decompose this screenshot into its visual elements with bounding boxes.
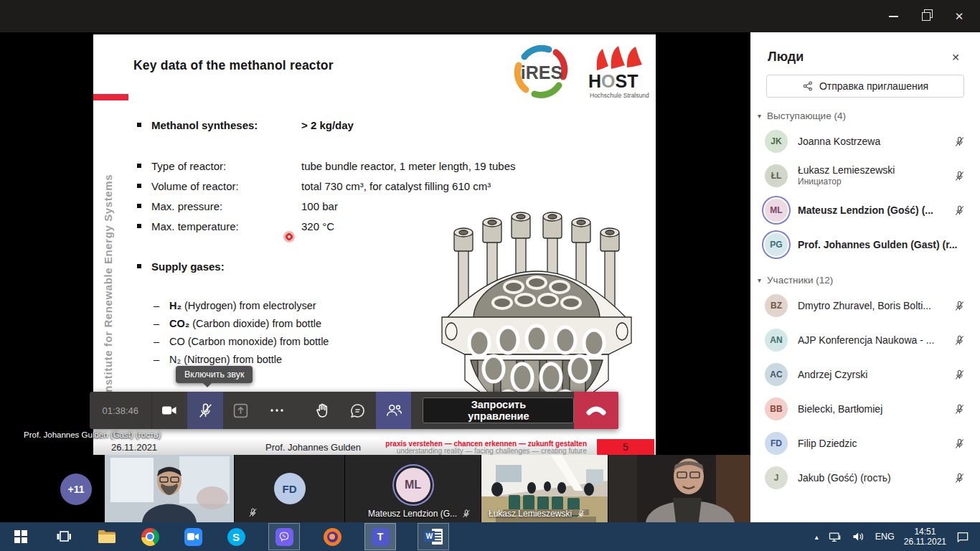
people-button[interactable] xyxy=(376,392,412,429)
share-screen-icon xyxy=(232,402,250,420)
gas-formula: CO₂ xyxy=(169,318,189,329)
bullet-label: Max. temperature: xyxy=(151,220,301,232)
tray-expand-icon[interactable]: ▴ xyxy=(815,533,819,541)
bullet-label: Type of reactor: xyxy=(151,160,301,172)
video-tile-ml[interactable]: ML Mateusz Lendzion (G... xyxy=(345,455,481,522)
people-panel-close-button[interactable]: ✕ xyxy=(947,50,964,65)
camera-button[interactable] xyxy=(152,392,188,429)
hang-up-button[interactable] xyxy=(574,392,618,429)
taskbar-apps: S T W xyxy=(0,522,449,551)
avatar: BB xyxy=(765,397,788,420)
video-tile-fd[interactable]: FD xyxy=(235,455,344,522)
chrome-button[interactable] xyxy=(139,522,161,551)
participant-row[interactable]: PG Prof. Johannes Gulden (Gast) (r... xyxy=(750,227,980,262)
meeting-timer: 01:38:46 xyxy=(90,405,151,416)
taskbar-clock[interactable]: 14:51 26.11.2021 xyxy=(904,527,946,547)
slide-footer-author: Prof. Johannes Gulden xyxy=(265,442,361,453)
bullet-value: tube bundle reactor, 1 meter length, 19 … xyxy=(301,160,516,172)
meeting-toolbar: 01:38:46 xyxy=(90,392,618,429)
participant-row[interactable]: ML Mateusz Lendzion (Gość) (... xyxy=(750,193,980,227)
skype-icon: S xyxy=(227,528,245,546)
raise-hand-button[interactable] xyxy=(304,392,340,429)
word-button[interactable]: W xyxy=(418,523,449,550)
language-indicator[interactable]: ENG xyxy=(875,532,895,542)
action-center-icon[interactable] xyxy=(956,530,970,543)
chat-button[interactable] xyxy=(340,392,376,429)
mic-off-icon xyxy=(953,403,966,415)
video-tile-gulden[interactable] xyxy=(105,455,234,522)
network-icon[interactable] xyxy=(828,530,842,543)
send-invite-label: Отправка приглашения xyxy=(819,80,928,92)
camera-icon xyxy=(160,402,179,419)
people-panel-header: Люди ✕ xyxy=(750,32,980,65)
skype-button[interactable]: S xyxy=(225,522,247,551)
participant-row[interactable]: ŁL Łukasz Lemieszewski Инициатор xyxy=(750,159,980,193)
tile-name-text: Łukasz Lemieszewski xyxy=(489,509,572,519)
gas-text: (Nitrogen) from bottle xyxy=(181,354,282,365)
bullet-value: 320 °C xyxy=(301,220,334,232)
tor-browser-button[interactable] xyxy=(321,522,343,551)
participant-row[interactable]: J Jakub (Gość) (гость) xyxy=(750,461,980,495)
more-actions-button[interactable] xyxy=(259,392,295,429)
participant-row[interactable]: BB Bielecki, Bartłomiej xyxy=(750,392,980,426)
request-control-button[interactable]: Запросить управление xyxy=(423,397,574,423)
participant-name: Joanna Kostrzewa xyxy=(798,136,953,148)
mic-off-icon xyxy=(953,170,966,182)
word-icon: W xyxy=(424,528,443,546)
close-button[interactable]: ✕ xyxy=(943,0,976,32)
share-screen-button[interactable] xyxy=(223,392,259,429)
video-tile-lecture-hall[interactable]: Łukasz Lemieszewski xyxy=(481,455,608,522)
slogan-english: understanding reality — facing challenge… xyxy=(385,448,587,455)
people-panel-title: Люди xyxy=(768,50,947,65)
zoom-button[interactable] xyxy=(182,522,204,551)
participant-name: Andrzej Czyrski xyxy=(798,369,953,381)
tile-name-text: Mateusz Lendzion (G... xyxy=(368,509,457,519)
ires-logo: iRES xyxy=(512,44,572,100)
microphone-button-muted[interactable] xyxy=(187,392,223,429)
slide-accent-bar xyxy=(93,94,128,100)
video-tile-speaker[interactable] xyxy=(608,455,750,522)
send-invite-button[interactable]: Отправка приглашения xyxy=(766,75,964,98)
participant-row[interactable]: BZ Dmytro Zhuravel, Boris Bolti... xyxy=(750,288,980,323)
gas-text: (Carbon monoxide) from bottle xyxy=(185,336,329,347)
speakers-section-label: Выступающие (4) xyxy=(767,110,846,121)
participant-row[interactable]: AC Andrzej Czyrski xyxy=(750,357,980,392)
avatar: ŁL xyxy=(765,164,788,187)
speakers-section-header[interactable]: ▾ Выступающие (4) xyxy=(758,110,980,121)
task-view-button[interactable] xyxy=(53,522,75,551)
mic-off-icon xyxy=(953,300,966,312)
file-explorer-button[interactable] xyxy=(96,522,118,551)
volume-icon[interactable] xyxy=(852,530,866,543)
teams-icon: T xyxy=(372,528,390,546)
participant-row[interactable]: JK Joanna Kostrzewa xyxy=(750,124,980,159)
close-icon: ✕ xyxy=(955,11,964,22)
speaker-video-frame xyxy=(608,455,750,522)
gas-text: (Carbon dioxide) from bottle xyxy=(189,318,321,329)
mic-off-icon xyxy=(953,334,966,347)
avatar: FD xyxy=(765,432,788,455)
participants-section-label: Участники (12) xyxy=(767,275,833,286)
slide-title: Key data of the methanol reactor xyxy=(133,58,334,73)
viber-button[interactable] xyxy=(268,523,300,550)
restore-button[interactable] xyxy=(910,0,943,32)
mic-off-icon xyxy=(953,136,966,148)
gas-co2: CO₂ (Carbon dioxide) from bottle xyxy=(154,318,321,329)
gas-formula: H₂ xyxy=(169,300,182,311)
raise-hand-icon xyxy=(314,402,331,420)
participant-row[interactable]: FD Filip Dziedzic xyxy=(750,426,980,461)
host-logo: HOST Hochschule Stralsund xyxy=(587,46,653,102)
participant-row[interactable]: AN AJP Konferencja Naukowa - ... xyxy=(750,323,980,357)
more-participants-badge[interactable]: +11 xyxy=(60,474,92,505)
minimize-button[interactable] xyxy=(877,0,910,32)
taskbar-time: 14:51 xyxy=(904,527,946,537)
participants-section-header[interactable]: ▾ Участники (12) xyxy=(758,275,980,286)
bullet-pressure: Max. pressure:100 bar xyxy=(151,200,338,212)
avatar: AC xyxy=(765,363,788,386)
start-button[interactable] xyxy=(10,522,32,551)
windows-taskbar: S T W ▴ xyxy=(0,522,980,551)
close-icon: ✕ xyxy=(951,52,960,63)
share-invite-icon xyxy=(802,80,814,92)
laser-pointer-dot xyxy=(283,231,295,242)
bullet-label: Supply gases: xyxy=(151,260,301,273)
teams-button[interactable]: T xyxy=(364,523,396,550)
